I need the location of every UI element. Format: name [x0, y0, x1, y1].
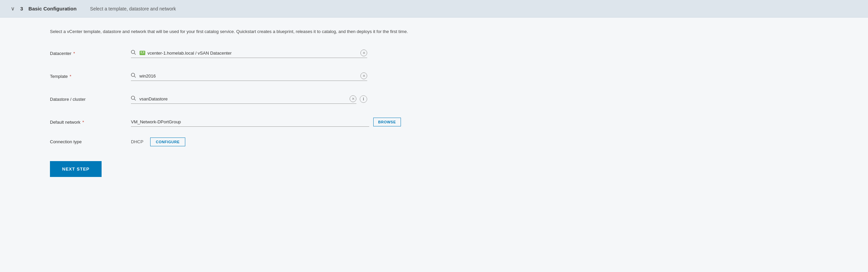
info-icon: i: [363, 97, 364, 101]
required-indicator: *: [81, 120, 84, 125]
datacenter-row: Datacenter *: [50, 46, 524, 61]
template-row: Template * ✕: [50, 69, 524, 84]
search-icon: [131, 50, 136, 56]
svg-point-8: [131, 96, 135, 99]
template-field-wrapper: ✕: [131, 71, 367, 81]
datastore-input[interactable]: [139, 96, 348, 101]
datastore-info-button[interactable]: i: [360, 95, 367, 103]
dhcp-text: DHCP: [131, 139, 143, 144]
description-text: Select a vCenter template, datastore and…: [50, 28, 524, 35]
network-field-wrapper: BROWSE: [131, 117, 401, 127]
required-indicator: *: [69, 74, 72, 79]
search-icon: [131, 73, 136, 79]
main-content: Select a vCenter template, datastore and…: [0, 18, 540, 188]
datacenter-label: Datacenter *: [50, 50, 131, 56]
section-subtitle: Select a template, datastore and network: [90, 6, 176, 11]
svg-line-9: [134, 99, 136, 100]
svg-rect-5: [140, 53, 144, 54]
network-input-container[interactable]: [131, 117, 369, 127]
connection-type-value-col: DHCP CONFIGURE: [131, 138, 185, 146]
datastore-row: Datastore / cluster ✕ i: [50, 92, 524, 107]
next-step-button[interactable]: NEXT STEP: [50, 161, 102, 177]
datacenter-vm-icon: [139, 50, 145, 56]
default-network-input[interactable]: [131, 119, 369, 124]
svg-point-0: [131, 50, 135, 54]
svg-rect-3: [140, 52, 142, 53]
datastore-clear-button[interactable]: ✕: [350, 95, 356, 102]
template-clear-button[interactable]: ✕: [360, 72, 367, 79]
default-network-label: Default network *: [50, 119, 131, 125]
datacenter-field-wrapper: ✕: [131, 48, 367, 58]
svg-rect-4: [143, 52, 144, 53]
configure-button[interactable]: CONFIGURE: [150, 138, 186, 146]
section-title: Basic Configuration: [28, 6, 77, 11]
clear-icon: ✕: [362, 51, 365, 55]
svg-rect-2: [140, 51, 145, 55]
datacenter-input[interactable]: [147, 51, 358, 56]
datastore-label: Datastore / cluster: [50, 96, 131, 102]
datacenter-input-container[interactable]: ✕: [131, 48, 367, 58]
required-indicator: *: [72, 51, 75, 56]
svg-line-7: [134, 76, 136, 78]
step-number: 3: [20, 6, 23, 11]
clear-icon: ✕: [352, 97, 355, 101]
connection-type-row: Connection type DHCP CONFIGURE: [50, 138, 524, 146]
browse-button[interactable]: BROWSE: [373, 118, 401, 126]
svg-line-1: [134, 53, 136, 55]
header-bar: ∨ 3 Basic Configuration Select a templat…: [0, 0, 868, 18]
collapse-chevron-icon[interactable]: ∨: [11, 5, 15, 12]
datacenter-clear-button[interactable]: ✕: [360, 50, 367, 56]
template-input[interactable]: [139, 73, 358, 79]
datastore-input-container[interactable]: ✕: [131, 94, 356, 104]
template-input-container[interactable]: ✕: [131, 71, 367, 81]
default-network-row: Default network * BROWSE: [50, 115, 524, 129]
connection-type-label: Connection type: [50, 139, 131, 144]
search-icon: [131, 96, 136, 102]
clear-icon: ✕: [362, 74, 365, 78]
svg-point-6: [131, 73, 135, 77]
template-label: Template *: [50, 73, 131, 79]
datastore-field-wrapper: ✕ i: [131, 94, 367, 104]
